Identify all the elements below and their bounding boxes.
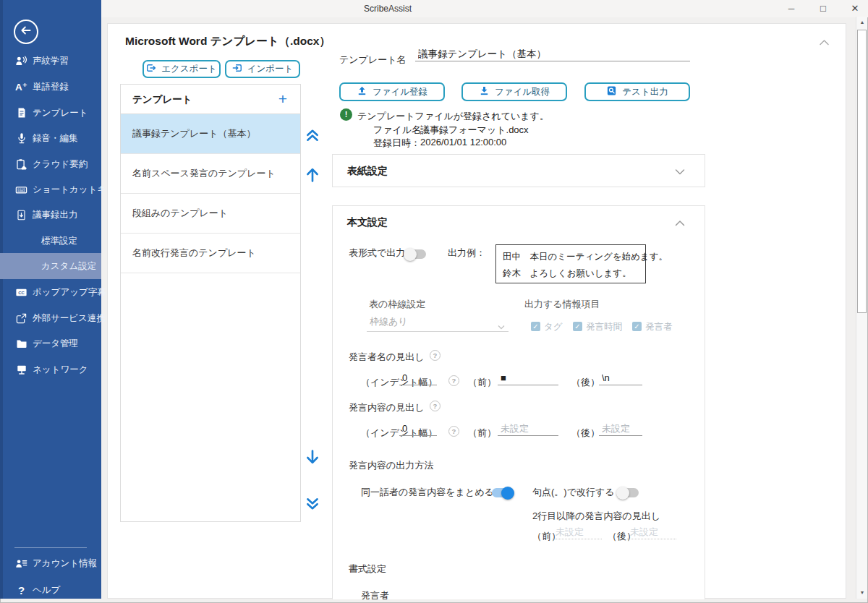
cover-settings-title: 表紙設定 bbox=[347, 165, 388, 178]
sidebar-item-label: ネットワーク bbox=[33, 364, 88, 376]
import-button[interactable]: インポート bbox=[225, 60, 300, 78]
document-export-icon bbox=[15, 209, 27, 221]
speaker-indent-input[interactable] bbox=[399, 371, 437, 385]
back-button[interactable] bbox=[14, 20, 38, 44]
template-list-item[interactable]: 名前スペース発言のテンプレート bbox=[121, 154, 300, 194]
page-title: Microsoft Word テンプレート（.docx） bbox=[125, 34, 331, 49]
maximize-button[interactable]: □ bbox=[812, 1, 834, 16]
content-before-input[interactable] bbox=[498, 422, 558, 436]
output-example-box: 田中 本日のミーティングを始めます。 鈴木 よろしくお願いします。 bbox=[495, 244, 646, 283]
scrollbar-up-button[interactable]: ▲ bbox=[856, 17, 868, 28]
sidebar-item-network[interactable]: ネットワーク bbox=[0, 356, 101, 382]
linebreak-toggle[interactable] bbox=[617, 488, 639, 497]
folder-icon bbox=[15, 338, 27, 350]
help-icon[interactable]: ? bbox=[448, 375, 459, 386]
template-list-item[interactable]: 段組みのテンプレート bbox=[121, 194, 300, 234]
sidebar-item-label: 議事録出力 bbox=[33, 209, 78, 221]
sidebar-item-label: テンプレート bbox=[33, 107, 88, 119]
tag-checkbox: ✓ bbox=[531, 322, 540, 331]
export-label: エクスポート bbox=[161, 63, 216, 75]
external-link-icon bbox=[15, 312, 27, 325]
sidebar-item-word-register[interactable]: A⁺ 単語登録 bbox=[0, 74, 101, 100]
linebreak-toggle-label: 句点(。)で改行する bbox=[532, 486, 615, 499]
move-up-button[interactable] bbox=[304, 166, 323, 185]
template-list-header: テンプレート + bbox=[121, 85, 300, 114]
test-output-label: テスト出力 bbox=[622, 86, 668, 98]
sidebar-item-voiceprint[interactable]: 声紋学習 bbox=[0, 48, 101, 74]
sidebar-item-data-management[interactable]: データ管理 bbox=[0, 330, 101, 356]
sidebar-item-template[interactable]: テンプレート bbox=[0, 100, 101, 126]
content-heading-label: 発言内容の見出し bbox=[349, 401, 425, 414]
sidebar-item-help[interactable]: ? ヘルプ bbox=[0, 577, 101, 603]
titlebar: ScribeAssist ─ □ ✕ bbox=[0, 0, 868, 17]
svg-text:CC: CC bbox=[18, 290, 25, 294]
sidebar-subitem-label: 標準設定 bbox=[41, 236, 77, 246]
info-items-label: 出力する情報項目 bbox=[524, 298, 600, 311]
collapse-panel-chevron-icon[interactable] bbox=[818, 37, 830, 50]
word-add-icon: A⁺ bbox=[15, 81, 27, 93]
table-border-select: 枠線あり bbox=[367, 314, 509, 332]
speech-time-checkbox: ✓ bbox=[573, 322, 582, 331]
template-item-label: 名前スペース発言のテンプレート bbox=[132, 167, 276, 180]
sidebar-item-shortcut-keys[interactable]: ショートカットキー bbox=[0, 176, 101, 202]
speaker-heading-label: 発言者名の見出し bbox=[349, 351, 425, 364]
cover-settings-section[interactable]: 表紙設定 bbox=[332, 154, 705, 187]
move-bottom-button[interactable] bbox=[304, 495, 323, 514]
template-list-item[interactable]: 議事録テンプレート（基本） bbox=[121, 114, 300, 154]
export-button[interactable]: エクスポート bbox=[142, 60, 221, 78]
merge-toggle[interactable] bbox=[492, 488, 514, 497]
speaker-before-input[interactable] bbox=[498, 371, 558, 385]
close-button[interactable]: ✕ bbox=[844, 1, 866, 16]
sidebar-item-label: データ管理 bbox=[33, 338, 78, 350]
sidebar-item-popup-subtitles[interactable]: CC ポップアップ字幕 bbox=[0, 279, 101, 305]
sidebar-item-label: ポップアップ字幕 bbox=[33, 286, 106, 299]
sidebar-item-account-info[interactable]: アカウント情報 bbox=[0, 550, 101, 576]
scrollbar-thumb[interactable] bbox=[857, 30, 867, 313]
sidebar-subitem-custom-settings[interactable]: カスタム設定 bbox=[0, 253, 101, 279]
after-label: （後） bbox=[571, 427, 600, 440]
sidebar-subitem-standard-settings[interactable]: 標準設定 bbox=[0, 228, 101, 254]
add-template-button[interactable]: + bbox=[274, 90, 292, 108]
account-icon bbox=[15, 557, 27, 570]
second-line-heading-label: 2行目以降の発言内容の見出し bbox=[532, 510, 660, 523]
file-fetch-button[interactable]: ファイル取得 bbox=[461, 82, 567, 101]
content-indent-input[interactable] bbox=[399, 422, 437, 436]
sidebar-item-cloud-summary[interactable]: クラウド要約 bbox=[0, 151, 101, 177]
select-chevron-icon bbox=[498, 320, 505, 325]
format-speaker-label: 発言者 bbox=[361, 589, 389, 602]
format-settings-label: 書式設定 bbox=[349, 563, 386, 576]
move-top-button[interactable] bbox=[304, 127, 323, 145]
chevron-up-icon[interactable] bbox=[674, 218, 686, 226]
template-list-item[interactable]: 名前改行発言のテンプレート bbox=[121, 234, 300, 273]
sidebar-item-external-services[interactable]: 外部サービス連携 bbox=[0, 305, 101, 331]
table-format-label: 表形式で出力 bbox=[349, 247, 405, 260]
template-name-input[interactable] bbox=[415, 47, 690, 61]
body-settings-title: 本文設定 bbox=[347, 216, 388, 229]
help-icon[interactable]: ? bbox=[448, 426, 459, 437]
main-panel: Microsoft Word テンプレート（.docx） エクスポート インポー… bbox=[107, 23, 846, 599]
test-output-button[interactable]: テスト出力 bbox=[584, 82, 690, 101]
template-name-label: テンプレート名 bbox=[339, 54, 407, 67]
export-icon bbox=[146, 63, 156, 75]
sidebar-item-record-edit[interactable]: 録音・編集 bbox=[0, 125, 101, 151]
template-list-title: テンプレート bbox=[132, 93, 192, 106]
sidebar-item-label: 録音・編集 bbox=[33, 132, 78, 145]
speaker-after-input[interactable] bbox=[599, 371, 642, 385]
sidebar-item-label: 単語登録 bbox=[33, 81, 69, 93]
file-register-button[interactable]: ファイル登録 bbox=[339, 82, 445, 101]
after-label: （後） bbox=[571, 376, 600, 389]
table-format-toggle[interactable] bbox=[404, 249, 426, 259]
sidebar-item-label: 声紋学習 bbox=[33, 55, 69, 67]
scrollbar-down-button[interactable]: ▼ bbox=[856, 587, 868, 599]
merge-toggle-label: 同一話者の発言内容をまとめる bbox=[361, 486, 494, 499]
content-after-input[interactable] bbox=[599, 422, 642, 436]
sidebar-item-minutes-output[interactable]: 議事録出力 bbox=[0, 202, 101, 228]
second-line-before-input bbox=[553, 525, 602, 539]
help-icon[interactable]: ? bbox=[430, 350, 441, 361]
move-down-button[interactable] bbox=[304, 448, 323, 467]
help-icon[interactable]: ? bbox=[430, 401, 441, 411]
sidebar-item-label: アカウント情報 bbox=[33, 557, 97, 570]
minimize-button[interactable]: ─ bbox=[780, 1, 802, 16]
output-example-label: 出力例： bbox=[448, 247, 485, 260]
window-title: ScribeAssist bbox=[340, 4, 435, 14]
